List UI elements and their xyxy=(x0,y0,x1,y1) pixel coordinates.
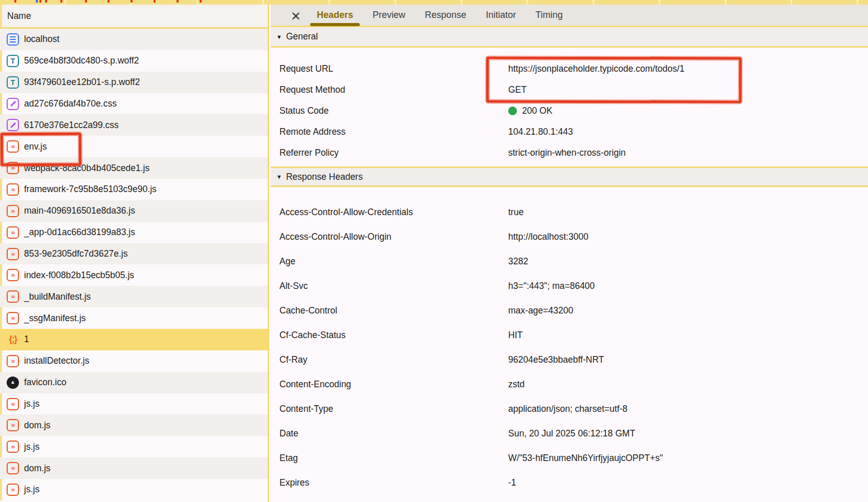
header-label: Access-Control-Allow-Credentials xyxy=(279,207,508,218)
request-row-ad27c676daf4b70e.css[interactable]: ad27c676daf4b70e.css xyxy=(0,93,268,115)
section-header-response-headers[interactable]: ▼Response Headers xyxy=(271,166,868,187)
request-name-label: 853-9e2305dfc7d3627e.js xyxy=(24,248,127,259)
request-row-framework-7c95b8e5103c9e90.js[interactable]: ‹›framework-7c95b8e5103c9e90.js xyxy=(0,179,268,200)
header-row-expires: Expires-1 xyxy=(271,470,868,495)
request-row-dom.js[interactable]: ‹›dom.js xyxy=(0,457,268,479)
header-row-request-url: Request URLhttps://jsonplaceholder.typic… xyxy=(271,58,868,79)
request-row-dom.js[interactable]: ‹›dom.js xyxy=(0,414,268,436)
request-name-label: favicon.ico xyxy=(24,377,67,388)
header-row-etag: EtagW/"53-hfEnumeNh6YirfjyjaujcOPPT+s" xyxy=(271,446,868,470)
header-row-request-method: Request MethodGET xyxy=(271,79,868,100)
header-label: Cf-Cache-Status xyxy=(279,330,508,341)
header-row-content-type: Content-Typeapplication/json; charset=ut… xyxy=(271,396,868,421)
header-row-age: Age3282 xyxy=(271,249,868,274)
header-label: Request Method xyxy=(279,85,508,95)
header-value: application/json; charset=utf-8 xyxy=(508,404,627,414)
tab-timing[interactable]: Timing xyxy=(535,10,562,20)
header-label: Etag xyxy=(279,453,508,464)
request-name-label: index-f008b2b15ecb5b05.js xyxy=(24,270,134,281)
script-icon: ‹› xyxy=(7,484,19,496)
name-column-header[interactable]: Name xyxy=(0,5,268,29)
waterfall-tick xyxy=(177,0,179,3)
header-row-alt-svc: Alt-Svch3=":443"; ma=86400 xyxy=(271,274,868,298)
script-icon: ‹› xyxy=(7,419,19,431)
request-name-label: dom.js xyxy=(24,420,51,431)
request-name-label: js.js xyxy=(24,399,39,409)
header-value: 96204e5e3bbaebff-NRT xyxy=(508,354,604,365)
script-icon: ‹› xyxy=(7,183,19,196)
font-icon: T xyxy=(7,76,19,89)
waterfall-tick xyxy=(45,0,47,3)
tab-headers[interactable]: Headers xyxy=(317,10,353,20)
header-label: Access-Control-Allow-Origin xyxy=(279,232,508,242)
section-header-general[interactable]: ▼General xyxy=(271,27,868,48)
request-row-1[interactable]: {;}1 xyxy=(0,329,268,350)
header-value: Sun, 20 Jul 2025 06:12:18 GMT xyxy=(508,428,635,439)
header-value: HIT xyxy=(508,330,523,341)
script-icon: ‹› xyxy=(7,140,19,153)
request-row-env.js[interactable]: ‹›env.js xyxy=(0,136,268,157)
header-row-content-encoding: Content-Encodingzstd xyxy=(271,372,868,396)
request-row-index-f008b2b15ecb5b05.js[interactable]: ‹›index-f008b2b15ecb5b05.js xyxy=(0,264,268,286)
request-row-93f479601ee12b01-s.p.woff2[interactable]: T93f479601ee12b01-s.p.woff2 xyxy=(0,72,268,93)
script-icon: ‹› xyxy=(7,226,19,239)
header-row-cache-control: Cache-Controlmax-age=43200 xyxy=(271,298,868,323)
detail-tab-bar: ✕ HeadersPreviewResponseInitiatorTiming xyxy=(271,5,868,27)
request-row-_buildManifest.js[interactable]: ‹›_buildManifest.js xyxy=(0,286,268,307)
tab-preview[interactable]: Preview xyxy=(373,10,405,20)
script-icon: ‹› xyxy=(7,312,19,324)
request-name-label: ad27c676daf4b70e.css xyxy=(24,98,117,109)
header-label: Age xyxy=(279,256,508,267)
header-value: 200 OK xyxy=(508,106,552,116)
tab-response[interactable]: Response xyxy=(425,10,466,20)
request-name-label: _buildManifest.js xyxy=(24,291,91,302)
tab-initiator[interactable]: Initiator xyxy=(486,10,516,20)
request-row-_ssgManifest.js[interactable]: ‹›_ssgManifest.js xyxy=(0,307,268,329)
header-value: strict-origin-when-cross-origin xyxy=(508,148,626,158)
status-ok-dot-icon xyxy=(508,107,517,115)
header-value: zstd xyxy=(508,379,525,390)
json-icon: {;} xyxy=(7,333,19,346)
stylesheet-icon xyxy=(7,98,19,110)
request-row-main-4096916501e8da36.js[interactable]: ‹›main-4096916501e8da36.js xyxy=(0,200,268,222)
waterfall-tick xyxy=(200,0,202,3)
request-name-label: _app-0d1ac66d38199a83.js xyxy=(24,227,135,238)
request-row-569ce4b8f30dc480-s.p.woff2[interactable]: T569ce4b8f30dc480-s.p.woff2 xyxy=(0,50,268,72)
request-list: localhostT569ce4b8f30dc480-s.p.woff2T93f… xyxy=(0,29,268,500)
request-row-_app-0d1ac66d38199a83.js[interactable]: ‹›_app-0d1ac66d38199a83.js xyxy=(0,222,268,243)
request-row-js.js[interactable]: ‹›js.js xyxy=(0,436,268,457)
waterfall-tick-blue xyxy=(36,0,38,3)
header-value: max-age=43200 xyxy=(508,305,573,316)
request-row-webpack-8cac0b4b405cede1.js[interactable]: ‹›webpack-8cac0b4b405cede1.js xyxy=(0,157,268,179)
waterfall-tick xyxy=(154,0,156,3)
header-value: h3=":443"; ma=86400 xyxy=(508,281,595,291)
request-name-label: dom.js xyxy=(24,463,51,474)
network-overview-strip[interactable] xyxy=(0,0,868,5)
waterfall-tick xyxy=(60,0,62,3)
request-row-853-9e2305dfc7d3627e.js[interactable]: ‹›853-9e2305dfc7d3627e.js xyxy=(0,243,268,265)
waterfall-tick xyxy=(14,0,16,3)
script-icon: ‹› xyxy=(7,290,19,303)
request-row-installDetector.js[interactable]: ‹›installDetector.js xyxy=(0,350,268,372)
header-value: W/"53-hfEnumeNh6YirfjyjaujcOPPT+s" xyxy=(508,453,663,464)
header-value: true xyxy=(508,207,524,218)
header-value: GET xyxy=(508,85,527,95)
font-icon: T xyxy=(7,55,19,67)
script-icon: ‹› xyxy=(7,355,19,367)
request-row-6170e376e1cc2a99.css[interactable]: 6170e376e1cc2a99.css xyxy=(0,114,268,136)
request-row-localhost[interactable]: localhost xyxy=(0,29,268,50)
stylesheet-icon xyxy=(7,119,19,131)
request-row-js.js[interactable]: ‹›js.js xyxy=(0,393,268,415)
close-icon[interactable]: ✕ xyxy=(288,9,303,24)
script-icon: ‹› xyxy=(7,462,19,474)
section-rows-general: Request URLhttps://jsonplaceholder.typic… xyxy=(271,48,868,166)
favicon-icon: ▲ xyxy=(7,376,19,389)
request-row-favicon.ico[interactable]: ▲favicon.ico xyxy=(0,372,268,393)
request-row-js.js[interactable]: ‹›js.js xyxy=(0,479,268,500)
request-name-label: 569ce4b8f30dc480-s.p.woff2 xyxy=(24,55,139,66)
section-title: General xyxy=(286,31,318,42)
header-label: Referrer Policy xyxy=(279,148,508,158)
header-value: -1 xyxy=(508,477,516,488)
request-name-label: framework-7c95b8e5103c9e90.js xyxy=(24,184,157,195)
detail-content: ▼GeneralRequest URLhttps://jsonplacehold… xyxy=(271,27,868,495)
